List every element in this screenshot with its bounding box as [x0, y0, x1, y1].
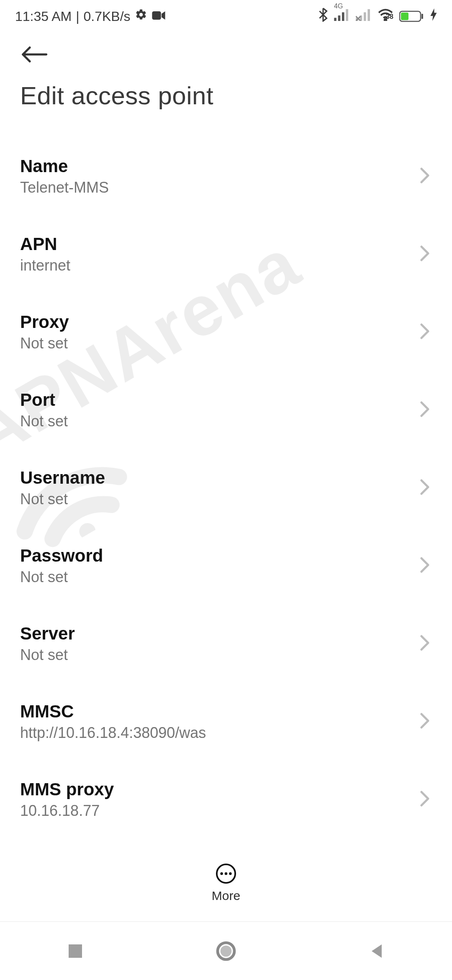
svg-rect-4: [346, 9, 348, 21]
svg-rect-18: [69, 944, 82, 958]
svg-rect-7: [364, 12, 366, 21]
item-server[interactable]: Server Not set: [18, 607, 434, 681]
arrow-left-icon: [20, 46, 48, 63]
svg-point-15: [220, 872, 223, 875]
navigation-bar: [0, 921, 452, 980]
item-text: Server Not set: [20, 624, 75, 664]
item-value: Not set: [20, 490, 105, 508]
item-text: Name Telenet-MMS: [20, 156, 109, 196]
svg-rect-2: [338, 15, 341, 21]
nav-home-button[interactable]: [184, 941, 268, 962]
chevron-right-icon: [419, 479, 430, 497]
svg-rect-3: [342, 12, 344, 21]
item-value: Telenet-MMS: [20, 179, 109, 196]
chevron-right-icon: [419, 323, 430, 341]
signal-4g-icon: 4G: [334, 8, 350, 24]
gear-icon: [135, 8, 147, 24]
item-apn[interactable]: APN internet: [18, 217, 434, 291]
svg-point-17: [229, 872, 232, 875]
nav-recent-button[interactable]: [33, 943, 117, 959]
nav-back-button[interactable]: [335, 943, 419, 959]
item-value: Not set: [20, 413, 68, 430]
bluetooth-icon: [318, 8, 328, 25]
svg-point-20: [221, 945, 232, 957]
chevron-right-icon: [419, 245, 430, 263]
item-value: Not set: [20, 646, 75, 664]
item-username[interactable]: Username Not set: [18, 451, 434, 525]
settings-list: Name Telenet-MMS APN internet Proxy Not …: [0, 114, 452, 824]
item-text: Username Not set: [20, 468, 105, 508]
item-proxy[interactable]: Proxy Not set: [18, 295, 434, 369]
more-label: More: [0, 889, 452, 903]
item-label: Password: [20, 546, 103, 566]
statusbar-time: 11:35 AM: [15, 9, 72, 24]
item-label: MMS proxy: [20, 779, 114, 799]
statusbar-right: 4G 38: [318, 8, 437, 25]
item-value: internet: [20, 257, 70, 274]
svg-rect-12: [421, 14, 423, 19]
statusbar-left: 11:35 AM | 0.7KB/s: [15, 8, 166, 24]
item-label: Name: [20, 156, 109, 176]
item-value: Not set: [20, 335, 69, 352]
item-mmsc[interactable]: MMSC http://10.16.18.4:38090/was: [18, 685, 434, 758]
more-menu[interactable]: More: [0, 863, 452, 903]
item-mms-proxy[interactable]: MMS proxy 10.16.18.77: [18, 763, 434, 824]
chevron-right-icon: [419, 557, 430, 575]
signal-nosim-icon: [356, 8, 372, 24]
item-text: Port Not set: [20, 390, 68, 430]
chevron-right-icon: [419, 634, 430, 653]
status-bar: 11:35 AM | 0.7KB/s 4G: [0, 0, 452, 29]
item-port[interactable]: Port Not set: [18, 373, 434, 447]
svg-rect-8: [367, 9, 370, 21]
svg-rect-11: [401, 13, 408, 20]
chevron-right-icon: [419, 712, 430, 731]
item-label: Proxy: [20, 312, 69, 332]
svg-rect-0: [152, 11, 161, 20]
chevron-right-icon: [419, 790, 430, 809]
item-text: Password Not set: [20, 546, 103, 586]
page-title: Edit access point: [18, 81, 434, 110]
item-password[interactable]: Password Not set: [18, 529, 434, 603]
item-value: 10.16.18.77: [20, 802, 114, 820]
more-dots-icon: [215, 863, 237, 885]
back-button[interactable]: [20, 46, 434, 64]
item-text: Proxy Not set: [20, 312, 69, 352]
header: Edit access point: [0, 29, 452, 114]
signal-4g-label: 4G: [334, 3, 343, 10]
item-label: APN: [20, 234, 70, 254]
item-label: Username: [20, 468, 105, 488]
item-text: MMS proxy 10.16.18.77: [20, 779, 114, 820]
triangle-left-icon: [368, 943, 385, 959]
item-text: APN internet: [20, 234, 70, 274]
item-name[interactable]: Name Telenet-MMS: [18, 139, 434, 213]
battery-percent: 38: [386, 13, 393, 21]
battery-icon: 38: [399, 10, 424, 23]
item-label: MMSC: [20, 701, 206, 722]
statusbar-netspeed: 0.7KB/s: [84, 9, 131, 24]
square-icon: [67, 943, 84, 959]
svg-rect-1: [334, 18, 336, 21]
video-camera-icon: [152, 9, 166, 24]
charging-bolt-icon: [430, 8, 437, 24]
chevron-right-icon: [419, 167, 430, 186]
circle-icon: [216, 941, 236, 962]
item-label: Server: [20, 624, 75, 644]
item-text: MMSC http://10.16.18.4:38090/was: [20, 701, 206, 742]
statusbar-divider: |: [76, 9, 79, 24]
item-value: Not set: [20, 568, 103, 586]
chevron-right-icon: [419, 401, 430, 419]
item-label: Port: [20, 390, 68, 410]
svg-point-16: [225, 872, 228, 875]
item-value: http://10.16.18.4:38090/was: [20, 724, 206, 742]
